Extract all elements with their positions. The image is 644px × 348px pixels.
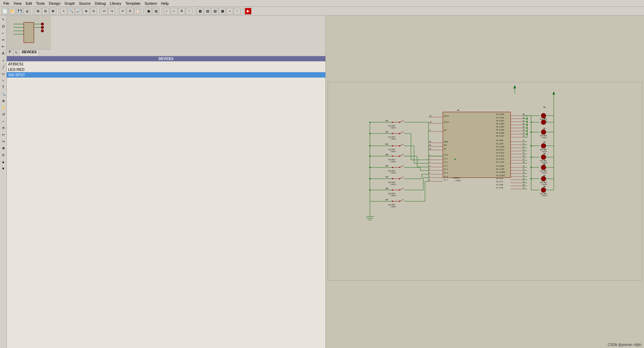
svg-text:3: 3 [429,161,430,163]
svg-point-289 [541,187,546,192]
svg-point-178 [399,189,400,191]
tool-mirror[interactable]: ↔ [0,118,6,124]
tool-wire[interactable]: ⌐ [0,30,6,36]
tab-devices[interactable]: DEVICES [20,49,39,56]
svg-text:SW-SPST: SW-SPST [388,193,395,195]
svg-text:P3.4/T0: P3.4/T0 [496,178,503,180]
svg-text:P0.4/AD4: P0.4/AD4 [496,126,504,128]
tool-component[interactable]: ⊡ [0,23,6,29]
menu-graph[interactable]: Graph [62,1,77,6]
svg-text:2: 2 [429,158,430,160]
svg-point-298 [530,145,532,147]
svg-text:SW5: SW5 [385,165,388,167]
tb-print[interactable]: 🖨 [24,8,31,15]
menu-debug[interactable]: Debug [93,1,108,6]
svg-text:<TEXT>: <TEXT> [390,138,396,140]
tb-add[interactable]: + [60,8,67,15]
tool-rotate[interactable]: ↺ [0,111,6,117]
tool-undo[interactable]: ↩ [0,131,6,138]
svg-text:XTAL2: XTAL2 [444,121,449,123]
menu-template[interactable]: Template [123,1,143,6]
svg-text:P0.5/AD5: P0.5/AD5 [496,129,504,131]
svg-text:EA: EA [444,148,446,150]
tool-delete[interactable]: ✕ [0,125,6,131]
tb-power[interactable]: ↑ [186,8,193,15]
tool-bus[interactable]: ═ [0,37,6,43]
svg-text:26: 26 [522,155,524,157]
tb-comp4[interactable]: ▩ [219,8,226,15]
tab-l[interactable]: L [14,49,20,56]
svg-text:<TEXT>: <TEXT> [390,206,396,208]
menu-system[interactable]: System [142,1,159,6]
tb-new[interactable]: 📄 [1,8,8,15]
tb-sel1[interactable]: ▣ [145,8,152,15]
svg-text:SW2: SW2 [385,131,388,133]
tb-comp1[interactable]: ▦ [197,8,203,15]
menu-edit[interactable]: Edit [23,1,34,6]
menu-design[interactable]: Design [47,1,62,6]
tb-zoom-in[interactable]: 🔍 [68,8,75,15]
menu-tools[interactable]: Tools [34,1,47,6]
tb-cut[interactable]: ✂ [119,8,126,15]
tool-label[interactable]: A [0,50,6,56]
tb-copy[interactable]: ⎘ [127,8,134,15]
svg-text:P2.2/A10: P2.2/A10 [496,146,504,148]
svg-text:P2.5/A13: P2.5/A13 [496,155,504,157]
tb-label[interactable]: A [178,8,185,15]
menu-file[interactable]: File [1,1,12,6]
tool-cursor[interactable]: ↖ [0,16,6,22]
tb-grid3[interactable]: ⊠ [49,8,56,15]
menu-source[interactable]: Source [77,1,93,6]
tb-comp3[interactable]: ▧ [212,8,218,15]
tool-text[interactable]: T [0,84,6,90]
tb-bus[interactable]: ⌐ [171,8,178,15]
tb-comp6[interactable]: ▫ [234,8,241,15]
device-sw-spst[interactable]: SW-SPST [7,72,325,78]
tool-copy2[interactable]: ⎘ [0,152,6,158]
svg-text:P3.0/RXD: P3.0/RXD [496,165,504,167]
tb-zoom-out[interactable]: 🔎 [75,8,82,15]
tb-grid2[interactable]: ⊟ [42,8,49,15]
tool-zoom-sel[interactable]: ⊕ [0,98,6,104]
schematic-canvas-area[interactable]: U1 AT89C51 <TEXT> 19 XTAL1 18 XTAL2 9 RS… [326,16,644,348]
device-at89c51[interactable]: AT89C51 [7,61,325,67]
svg-text:15: 15 [522,181,524,183]
menu-view[interactable]: View [12,1,24,6]
tb-zoom-fit[interactable]: ⊕ [83,8,89,15]
tb-sel2[interactable]: ▤ [153,8,159,15]
tb-undo[interactable]: ↩ [101,8,108,15]
tool-circle[interactable]: ○ [0,77,6,83]
tb-comp5[interactable]: ▪ [226,8,233,15]
tool-zoom[interactable]: 🔍 [0,91,6,97]
tool-up[interactable]: ▲ [0,159,6,165]
svg-text:36: 36 [522,123,524,125]
menu-help[interactable]: Help [159,1,171,6]
tool-move[interactable]: ✥ [0,145,6,151]
tb-redo[interactable]: ↪ [108,8,115,15]
tool-rect[interactable]: ▭ [0,70,6,77]
tb-zoom-sel[interactable]: ⊙ [90,8,97,15]
tool-down[interactable]: ▼ [0,165,6,171]
svg-text:<TEXT>: <TEXT> [390,161,396,163]
svg-text:10: 10 [522,165,524,167]
tb-grid[interactable]: ⊞ [35,8,41,15]
svg-text:P0.7/AD7: P0.7/AD7 [496,135,504,137]
tab-p[interactable]: P [7,49,14,56]
svg-text:<TEXT>: <TEXT> [390,151,396,152]
device-led-red[interactable]: LED-RED [7,67,325,72]
svg-point-265 [541,143,546,148]
tool-line[interactable]: ╱ [0,64,6,70]
tb-run[interactable]: ▶ [245,8,251,15]
tool-probe[interactable]: ⚡ [0,104,6,110]
tb-paste[interactable]: 📋 [134,8,141,15]
tb-open[interactable]: 📂 [9,8,16,15]
menu-library[interactable]: Library [108,1,123,6]
tool-redo[interactable]: ↪ [0,138,6,144]
tb-wire[interactable]: ⌐ [163,8,170,15]
tool-net[interactable]: ⊢ [0,43,6,49]
svg-point-150 [399,145,400,147]
tb-save[interactable]: 💾 [16,8,23,15]
tb-comp2[interactable]: ▨ [204,8,211,15]
tool-power[interactable]: ⏚ [0,57,6,63]
svg-point-304 [526,124,528,126]
